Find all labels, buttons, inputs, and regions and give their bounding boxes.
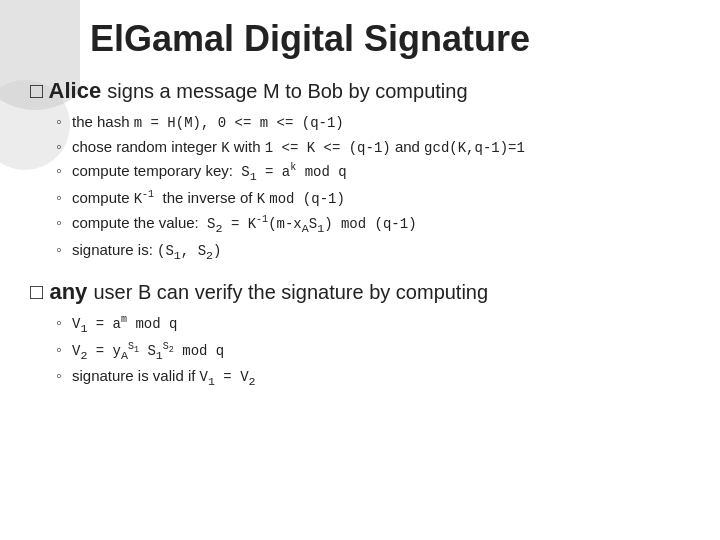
any-label: any [49, 279, 87, 304]
alice-label: Alice [49, 78, 102, 103]
list-item: the hash m = H(M), 0 <= m <= (q-1) [58, 110, 690, 135]
any-section-header: □ any user B can verify the signature by… [30, 279, 690, 305]
any-section: □ any user B can verify the signature by… [30, 279, 690, 392]
alice-section-header: □ Alice signs a message M to Bob by comp… [30, 78, 690, 104]
list-item: compute the value: S2 = K-1(m-xAS1) mod … [58, 211, 690, 238]
list-item: signature is valid if V1 = V2 [58, 364, 690, 391]
alice-section: □ Alice signs a message M to Bob by comp… [30, 78, 690, 265]
alice-desc: signs a message M to Bob by computing [107, 80, 467, 102]
list-item: signature is: (S1, S2) [58, 238, 690, 265]
list-item: compute K-1 the inverse of K mod (q-1) [58, 186, 690, 211]
any-desc: user B can verify the signature by compu… [93, 281, 488, 303]
alice-bullet-list: the hash m = H(M), 0 <= m <= (q-1) chose… [30, 110, 690, 265]
list-item: compute temporary key: S1 = ak mod q [58, 159, 690, 186]
any-bullet-list: V1 = am mod q V2 = yAS1 S1S2 mod q signa… [30, 311, 690, 392]
list-item: chose random integer K with 1 <= K <= (q… [58, 135, 690, 160]
page-title: ElGamal Digital Signature [90, 18, 690, 60]
main-content: ElGamal Digital Signature □ Alice signs … [0, 0, 720, 540]
list-item: V2 = yAS1 S1S2 mod q [58, 338, 690, 365]
list-item: V1 = am mod q [58, 311, 690, 338]
